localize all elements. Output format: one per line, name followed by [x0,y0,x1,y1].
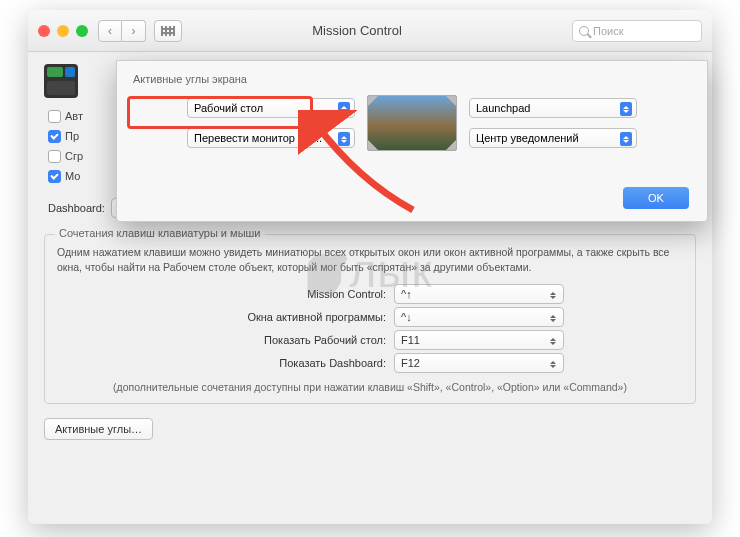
corner-top-right-select[interactable]: Launchpad [469,98,637,118]
checkbox-icon [48,110,61,123]
checkbox-label: Сгр [65,150,83,162]
corner-bottom-left-select[interactable]: Перевести монитор в р... [187,128,355,148]
corner-bottom-right-select[interactable]: Центр уведомлений [469,128,637,148]
screen-thumbnail [367,95,457,151]
checkbox-row[interactable]: Пр [48,126,94,146]
corner-indicator-icon [446,96,456,106]
corner-grid: Рабочий стол Перевести монитор в р... La… [133,95,691,151]
mission-control-icon [44,64,78,98]
zoom-icon[interactable] [76,25,88,37]
checkbox-label: Авт [65,110,83,122]
checkbox-icon [48,130,61,143]
sheet-title: Активные углы экрана [133,73,691,85]
shortcut-select[interactable]: F12 [394,353,564,373]
corner-top-left-select[interactable]: Рабочий стол [187,98,355,118]
close-icon[interactable] [38,25,50,37]
hot-corners-button[interactable]: Активные углы… [44,418,153,440]
shortcut-row: Показать Dashboard: F12 [57,353,683,373]
shortcut-label: Показать Рабочий стол: [176,334,386,346]
chevron-updown-icon [547,357,559,371]
group-footnote: (дополнительные сочетания доступны при н… [57,381,683,393]
group-description: Одним нажатием клавиши можно увидеть мин… [57,245,683,274]
checkbox-row[interactable]: Мо [48,166,94,186]
checkbox-icon [48,150,61,163]
checkbox-icon [48,170,61,183]
shortcut-label: Показать Dashboard: [176,357,386,369]
traffic-lights [38,25,88,37]
chevron-updown-icon [547,311,559,325]
chevron-updown-icon [620,132,632,146]
group-title: Сочетания клавиш клавиатуры и мыши [55,227,265,239]
grid-icon [161,26,175,36]
minimize-icon[interactable] [57,25,69,37]
checkbox-label: Мо [65,170,80,182]
shortcut-row: Mission Control: ^↑ [57,284,683,304]
shortcut-select[interactable]: ^↑ [394,284,564,304]
hot-corners-sheet: Активные углы экрана Рабочий стол Переве… [116,60,708,222]
bottom-row: Активные углы… [44,418,696,440]
chevron-updown-icon [338,102,350,116]
show-all-button[interactable] [154,20,182,42]
options-checkboxes: Авт Пр Сгр Мо [48,106,94,186]
checkbox-label: Пр [65,130,79,142]
corner-indicator-icon [368,96,378,106]
window-title: Mission Control [182,23,572,38]
checkbox-row[interactable]: Авт [48,106,94,126]
chevron-updown-icon [620,102,632,116]
corner-indicator-icon [368,140,378,150]
chevron-updown-icon [338,132,350,146]
checkbox-row[interactable]: Сгр [48,146,94,166]
ok-button[interactable]: OK [623,187,689,209]
forward-button[interactable]: › [122,20,146,42]
shortcut-label: Mission Control: [176,288,386,300]
shortcut-select[interactable]: ^↓ [394,307,564,327]
shortcut-select[interactable]: F11 [394,330,564,350]
search-placeholder: Поиск [593,25,623,37]
shortcut-row: Окна активной программы: ^↓ [57,307,683,327]
chevron-updown-icon [547,288,559,302]
back-button[interactable]: ‹ [98,20,122,42]
dashboard-label: Dashboard: [48,202,105,214]
shortcut-row: Показать Рабочий стол: F11 [57,330,683,350]
shortcut-label: Окна активной программы: [176,311,386,323]
chevron-updown-icon [547,334,559,348]
corner-indicator-icon [446,140,456,150]
search-input[interactable]: Поиск [572,20,702,42]
nav-buttons: ‹ › [98,20,146,42]
keyboard-group: Сочетания клавиш клавиатуры и мыши Одним… [44,234,696,404]
search-icon [579,26,589,36]
titlebar: ‹ › Mission Control Поиск [28,10,712,52]
